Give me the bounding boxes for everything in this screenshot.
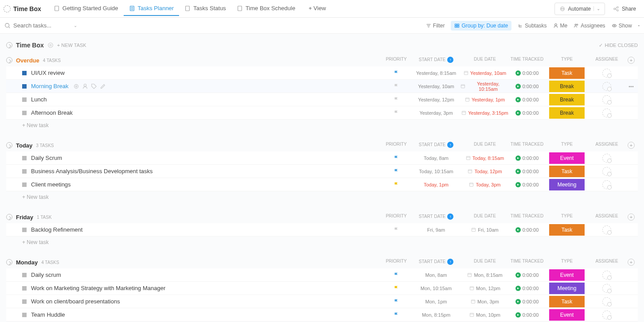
flag-icon[interactable] [394,182,399,187]
col-assignee[interactable]: ASSIGNEE [589,259,624,266]
priority-cell[interactable] [381,110,412,116]
assignee-placeholder-icon[interactable] [602,225,611,234]
assignee-cell[interactable] [589,109,624,117]
app-settings-icon[interactable] [4,5,11,12]
play-icon[interactable]: ▸ [515,182,521,187]
time-cell[interactable]: ▸0:00:00 [509,110,545,116]
new-task-button[interactable]: + NEW TASK [57,43,86,48]
flag-icon[interactable] [394,83,399,89]
col-type[interactable]: TYPE [545,142,589,149]
priority-cell[interactable] [381,70,412,76]
time-cell[interactable]: ▸0:00:00 [509,286,545,291]
assignee-cell[interactable] [589,82,624,91]
col-start-date[interactable]: START DATE↑ [412,259,461,266]
due-date-cell[interactable]: Yesterday, 10:15am [461,81,509,92]
start-date-cell[interactable]: Mon, 1pm [412,299,461,304]
assignee-placeholder-icon[interactable] [602,310,611,319]
type-cell[interactable]: Task [545,224,589,236]
collapse-icon[interactable] [6,42,12,48]
task-name[interactable]: Lunch [31,96,47,103]
col-type[interactable]: TYPE [545,213,589,221]
status-square[interactable] [22,182,27,187]
priority-cell[interactable] [381,182,412,187]
col-assignee[interactable]: ASSIGNEE [589,213,624,221]
new-task-row[interactable]: + New task [6,191,638,203]
flag-icon[interactable] [394,97,399,102]
hide-closed-button[interactable]: ✓ HIDE CLOSED [599,43,638,48]
tab-tasks-planner[interactable]: Tasks Planner [124,1,180,16]
add-column-button[interactable]: + [628,57,635,64]
time-cell[interactable]: ▸0:00:00 [509,299,545,304]
assignee-placeholder-icon[interactable] [602,180,611,189]
status-square[interactable] [22,286,27,291]
task-name[interactable]: Daily Scrum [31,155,62,161]
new-task-row[interactable]: + New task [6,120,638,131]
show-button[interactable]: Show [612,23,632,29]
share-button[interactable]: Share [609,3,640,15]
task-name[interactable]: Client meetings [31,181,71,188]
col-start-date[interactable]: START DATE↑ [412,213,461,221]
new-task-row[interactable]: + New task [6,237,638,248]
time-cell[interactable]: ▸0:00:00 [509,155,545,161]
task-row[interactable]: Team Huddle Mon, 8:15pm Mon, 10pm ▸0:00:… [6,308,638,322]
chevron-down-icon[interactable]: ⌄ [74,23,77,28]
col-start-date[interactable]: START DATE↑ [412,57,461,64]
task-name[interactable]: Daily scrum [31,272,61,278]
tab-time-box-schedule[interactable]: Time Box Schedule [231,1,301,16]
due-date-cell[interactable]: Yesterday, 10am [461,70,509,76]
play-icon[interactable]: ▸ [515,110,521,116]
flag-icon[interactable] [394,168,399,174]
play-icon[interactable]: ▸ [515,155,521,161]
due-date-cell[interactable]: Mon, 3pm [461,299,509,304]
search-input[interactable] [13,22,71,29]
play-icon[interactable]: ▸ [515,97,521,102]
task-row[interactable]: Work on client/board presentations Mon, … [6,295,638,308]
play-icon[interactable]: ▸ [515,286,521,291]
time-cell[interactable]: ▸0:00:00 [509,169,545,174]
task-row[interactable]: Afternoon Break Yesterday, 3pm Yesterday… [6,106,638,120]
assignee-cell[interactable] [589,180,624,189]
time-cell[interactable]: ▸0:00:00 [509,227,545,233]
type-cell[interactable]: Event [545,309,589,321]
play-icon[interactable]: ▸ [515,299,521,304]
type-cell[interactable]: Task [545,67,589,79]
col-type[interactable]: TYPE [545,259,589,266]
task-name[interactable]: Morning Break [31,83,69,89]
col-priority[interactable]: PRIORITY [381,259,412,266]
col-due-date[interactable]: DUE DATE [461,142,509,149]
flag-icon[interactable] [394,70,399,76]
due-date-cell[interactable]: Yesterday, 1pm [461,97,509,102]
assignee-cell[interactable] [589,310,624,319]
task-name[interactable]: Team Huddle [31,311,65,318]
assignee-cell[interactable] [589,225,624,234]
status-square[interactable] [22,299,27,304]
filter-button[interactable]: Filter [426,23,445,29]
col-assignee[interactable]: ASSIGNEE [589,142,624,149]
type-cell[interactable]: Break [545,107,589,119]
collapse-icon[interactable] [6,57,12,63]
status-square[interactable] [22,156,27,160]
me-button[interactable]: Me [553,23,568,29]
group-name[interactable]: Monday [16,259,38,266]
more-icon[interactable]: ••• [628,84,634,89]
task-row[interactable]: Client meetings Today, 1pm Today, 3pm ▸0… [6,178,638,191]
due-date-cell[interactable]: Yesterday, 3:15pm [461,110,509,116]
task-row[interactable]: Lunch Yesterday, 12pm Yesterday, 1pm ▸0:… [6,93,638,106]
col-priority[interactable]: PRIORITY [381,57,412,64]
assignee-cell[interactable] [589,271,624,279]
task-name[interactable]: Backlog Refinement [31,226,82,233]
status-square[interactable] [22,97,27,102]
start-date-cell[interactable]: Today, 10:15am [412,169,461,174]
col-priority[interactable]: PRIORITY [381,213,412,221]
flag-icon[interactable] [394,312,399,318]
add-view-button[interactable]: + View [303,1,331,16]
task-row[interactable]: Work on Marketing Strategy with Marketin… [6,282,638,295]
flag-icon[interactable] [394,110,399,116]
due-date-cell[interactable]: Mon, 10pm [461,312,509,318]
assignees-button[interactable]: Assignees [574,23,605,29]
type-cell[interactable]: Task [545,166,589,177]
time-cell[interactable]: ▸0:00:00 [509,182,545,187]
assignee-placeholder-icon[interactable] [602,167,611,176]
tag-icon[interactable] [91,83,97,89]
col-time-tracked[interactable]: TIME TRACKED [509,213,545,221]
